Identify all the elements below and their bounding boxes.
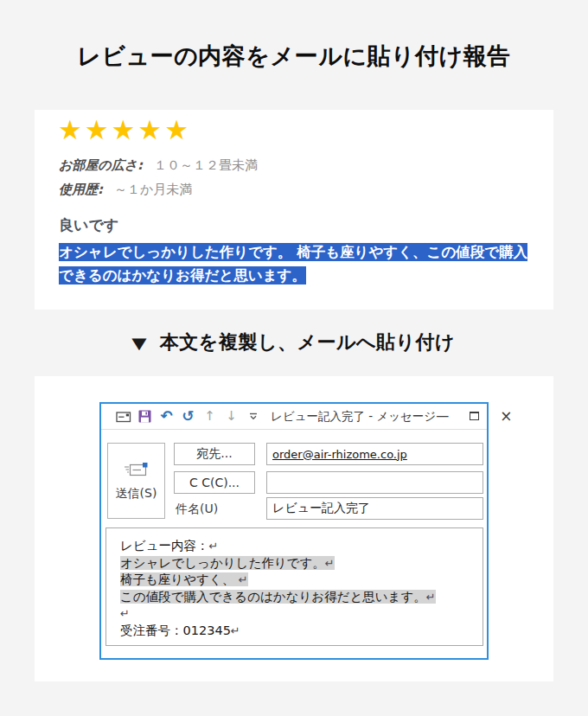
review-body: オシャレでしっかりした作りです。 椅子も座りやすく、この値段で購入できるのはかな… [59, 240, 534, 287]
send-button[interactable]: 送信(S) [107, 443, 165, 519]
message-window: ↶ ↺ ↑ ↓ レビュー記入完了 - メッセージ — × [99, 402, 489, 660]
subject-field[interactable]: レビュー記入完了 [266, 497, 483, 520]
redo-icon[interactable]: ↺ [177, 405, 199, 429]
review-meta-room-size: お部屋の広さ:１０～１２畳未満 [59, 157, 258, 174]
undo-icon[interactable]: ↶ [156, 405, 177, 429]
body-line: オシャレでしっかりした作りです。↵ [120, 555, 483, 572]
save-icon[interactable] [134, 405, 156, 429]
selected-review-text[interactable]: オシャレでしっかりした作りです。 椅子も座りやすく、この値段で購入できるのはかな… [59, 243, 527, 284]
body-line: 受注番号：012345↵ [120, 623, 483, 640]
review-title: 良いです [59, 215, 118, 235]
meta-value: １０～１２畳未満 [154, 157, 258, 173]
down-triangle-icon: ▼ [131, 334, 146, 352]
to-recipient: order@air-rhizome.co.jp [272, 448, 407, 461]
message-body[interactable]: レビュー内容：↵ オシャレでしっかりした作りです。↵ 椅子も座りやすく、 ↵ こ… [105, 527, 483, 646]
page-title: レビューの内容をメールに貼り付け報告 [0, 41, 588, 72]
body-line: レビュー内容：↵ [120, 538, 483, 555]
return-mark-icon: ↵ [120, 607, 130, 620]
window-titlebar: ↶ ↺ ↑ ↓ レビュー記入完了 - メッセージ — × [101, 404, 487, 430]
return-mark-icon: ↵ [325, 557, 335, 570]
send-button-label: 送信(S) [116, 486, 157, 502]
arrow-down-icon[interactable]: ↓ [220, 405, 242, 429]
customize-toolbar-icon[interactable] [242, 405, 264, 429]
star-rating-icon: ★★★★★ [58, 117, 191, 144]
close-button[interactable]: × [500, 409, 512, 424]
step-caption: ▼ 本文を複製し、メールへ貼り付け [0, 329, 588, 355]
send-envelope-icon [124, 461, 150, 478]
meta-value: ～１か月未満 [114, 182, 192, 197]
subject-label: 件名(U) [176, 502, 218, 517]
maximize-icon [470, 412, 479, 420]
review-meta-usage: 使用歴:～１か月未満 [59, 182, 192, 198]
step-caption-label: 本文を複製し、メールへ貼り付け [160, 329, 455, 355]
window-controls: — × [436, 409, 512, 424]
email-card: ↶ ↺ ↑ ↓ レビュー記入完了 - メッセージ — × [35, 376, 553, 681]
minimize-button[interactable]: — [436, 410, 449, 423]
body-line: 椅子も座りやすく、 ↵ [120, 572, 483, 589]
mail-message-icon[interactable] [112, 405, 134, 429]
return-mark-icon: ↵ [209, 540, 219, 553]
window-title: レビュー記入完了 - メッセージ [271, 409, 436, 425]
maximize-button[interactable] [470, 410, 479, 423]
return-mark-icon: ↵ [426, 591, 436, 604]
review-card: ★★★★★ お部屋の広さ:１０～１２畳未満 使用歴:～１か月未満 良いです オシ… [35, 110, 553, 310]
meta-label: 使用歴: [59, 182, 103, 197]
return-mark-icon: ↵ [231, 624, 240, 637]
body-line: この値段で購入できるのはかなりお得だと思います。↵ [120, 589, 483, 606]
to-field[interactable]: order@air-rhizome.co.jp [266, 443, 483, 465]
cc-button[interactable]: C C(C)... [174, 471, 255, 494]
body-line: ↵ [120, 605, 483, 623]
meta-label: お部屋の広さ: [59, 157, 143, 173]
to-button[interactable]: 宛先... [174, 443, 255, 465]
return-mark-icon: ↵ [239, 573, 248, 586]
cc-field[interactable] [266, 471, 483, 494]
arrow-up-icon[interactable]: ↑ [199, 405, 220, 429]
